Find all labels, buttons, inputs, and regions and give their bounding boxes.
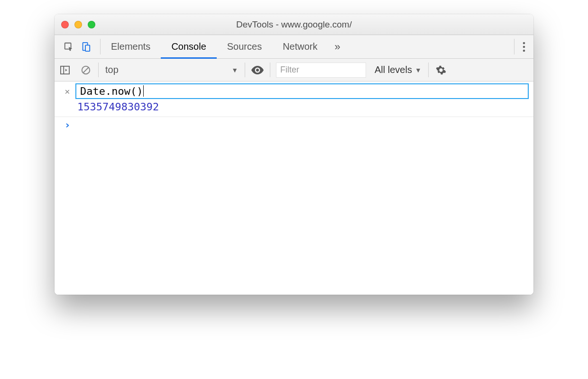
- svg-rect-2: [85, 45, 90, 51]
- console-settings-icon[interactable]: [433, 63, 449, 78]
- kebab-icon: [523, 42, 525, 52]
- tab-label: Console: [171, 41, 206, 52]
- svg-point-3: [523, 42, 525, 44]
- console-output: ✕ Date.now() 1535749830392 ›: [55, 81, 533, 295]
- expression-result: 1535749830392: [75, 101, 529, 113]
- minimize-window-button[interactable]: [74, 21, 82, 28]
- svg-line-9: [83, 67, 89, 72]
- settings-menu-button[interactable]: [514, 35, 533, 58]
- main-toolbar: Elements Console Sources Network »: [55, 35, 533, 59]
- panel-tabs: Elements Console Sources Network »: [101, 35, 514, 58]
- device-toolbar-icon[interactable]: [78, 39, 93, 54]
- more-tabs-button[interactable]: »: [328, 35, 347, 58]
- svg-point-5: [523, 49, 525, 52]
- levels-label: All levels: [375, 64, 412, 75]
- console-prompt-row[interactable]: ›: [55, 117, 533, 133]
- text-caret: [143, 85, 144, 97]
- live-expression-input[interactable]: Date.now(): [75, 83, 529, 99]
- svg-point-10: [256, 69, 259, 72]
- inspect-element-icon[interactable]: [61, 39, 76, 54]
- tab-elements[interactable]: Elements: [101, 35, 161, 58]
- context-label: top: [105, 64, 119, 75]
- svg-point-4: [523, 45, 525, 48]
- clear-console-icon[interactable]: [78, 63, 93, 78]
- titlebar: DevTools - www.google.com/: [55, 14, 533, 35]
- tab-console[interactable]: Console: [161, 35, 216, 58]
- zoom-window-button[interactable]: [88, 21, 95, 28]
- close-icon[interactable]: ✕: [65, 83, 70, 99]
- filter-input[interactable]: Filter: [276, 63, 366, 78]
- console-toolbar: top ▼ Filter All levels ▼: [55, 59, 533, 81]
- tab-sources[interactable]: Sources: [217, 35, 272, 58]
- log-levels-selector[interactable]: All levels ▼: [370, 64, 426, 75]
- tab-label: Network: [283, 41, 317, 52]
- expression-text: Date.now(): [80, 85, 143, 97]
- tab-label: Elements: [111, 41, 150, 52]
- toggle-sidebar-icon[interactable]: [57, 63, 73, 78]
- window-title: DevTools - www.google.com/: [55, 19, 533, 30]
- filter-placeholder: Filter: [280, 65, 299, 75]
- live-expression-icon[interactable]: [250, 63, 265, 78]
- context-selector[interactable]: top ▼: [101, 64, 243, 75]
- chevron-double-right-icon: »: [335, 41, 340, 53]
- devtools-window: DevTools - www.google.com/ Elements Cons…: [55, 14, 533, 295]
- tab-label: Sources: [227, 41, 262, 52]
- svg-rect-6: [61, 66, 69, 73]
- close-window-button[interactable]: [61, 21, 69, 28]
- chevron-down-icon: ▼: [231, 66, 238, 74]
- prompt-chevron-icon: ›: [59, 119, 75, 131]
- chevron-down-icon: ▼: [415, 66, 422, 74]
- tab-network[interactable]: Network: [272, 35, 328, 58]
- window-controls: [61, 21, 95, 28]
- live-expression-row: ✕ Date.now() 1535749830392: [55, 81, 533, 117]
